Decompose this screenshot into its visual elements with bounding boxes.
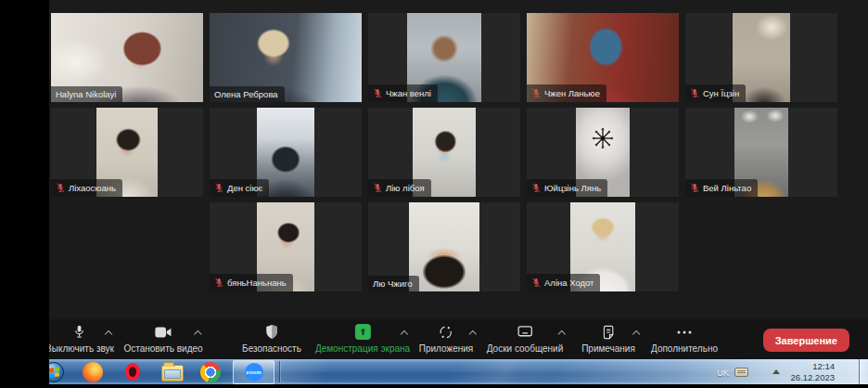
muted-mic-icon — [690, 183, 699, 193]
apps-button-label: Приложения — [419, 343, 474, 354]
participant-tile-2[interactable]: Олена Реброва — [210, 13, 362, 102]
participant-name-label: Чжан венлі — [368, 84, 438, 102]
participant-tile-3[interactable]: Чжан венлі — [368, 13, 520, 102]
apps-icon — [439, 324, 453, 340]
meeting-toolbar: Выключить звук Остановить видео Безопасн… — [0, 319, 868, 358]
participant-tile-6[interactable]: Ліхаосюань — [51, 108, 203, 197]
firefox-icon[interactable] — [83, 362, 103, 382]
ceiling-lamp-icon — [591, 126, 615, 150]
participant-name: Ден сіює — [227, 184, 262, 193]
participant-name: Halyna Nikolayi — [56, 90, 116, 99]
muted-mic-icon — [373, 88, 382, 98]
muted-mic-icon — [214, 183, 223, 193]
mute-button[interactable]: Выключить звук — [45, 324, 114, 354]
participant-name-label: Ліхаосюань — [51, 179, 122, 197]
stop-video-button-label: Остановить видео — [123, 343, 202, 354]
notes-icon — [602, 324, 615, 340]
show-desktop-button[interactable] — [859, 359, 868, 384]
muted-mic-icon — [531, 88, 541, 98]
taskbar-clock[interactable]: 12:14 26.12.2023 — [790, 361, 835, 383]
more-button[interactable]: Дополнительно — [651, 324, 718, 354]
participant-name-label: Лію лібоя — [368, 179, 431, 197]
whiteboards-button[interactable]: Доски сообщений — [487, 324, 564, 354]
mute-chevron-icon[interactable] — [105, 330, 112, 338]
participant-tile-7[interactable]: Ден сіює — [210, 108, 362, 197]
participant-name-label: Вей Ліньтао — [685, 179, 758, 197]
share-screen-chevron-icon[interactable] — [401, 330, 408, 338]
video-camera-icon — [155, 324, 172, 340]
whiteboards-button-label: Доски сообщений — [487, 343, 564, 354]
participant-name: Олена Реброва — [214, 90, 278, 99]
muted-mic-icon — [531, 183, 541, 193]
notes-chevron-icon[interactable] — [632, 330, 640, 338]
apps-chevron-icon[interactable] — [469, 330, 477, 338]
more-icon — [676, 324, 693, 340]
participant-tile-11[interactable]: бяньНаньнань — [210, 202, 362, 291]
participant-tile-9[interactable]: Юйцзінь Лянь — [527, 108, 679, 197]
participant-name: Сун Їцзін — [703, 89, 739, 98]
muted-mic-icon — [56, 183, 65, 193]
taskbar-divider — [279, 361, 280, 382]
end-meeting-button[interactable]: Завершение — [763, 329, 849, 352]
muted-mic-icon — [690, 88, 699, 98]
file-explorer-icon[interactable] — [161, 365, 184, 382]
participant-name-label: Лю Чжиго — [368, 276, 419, 292]
participant-name: Ліхаосюань — [69, 184, 116, 193]
letterbox-left — [0, 0, 49, 388]
security-button-label: Безопасность — [242, 343, 301, 354]
screen-share-icon — [355, 324, 371, 340]
zoom-taskbar-button[interactable]: zoom — [233, 360, 274, 384]
whiteboards-chevron-icon[interactable] — [558, 330, 566, 338]
security-button[interactable]: Безопасность — [242, 324, 301, 354]
video-gallery: Halyna NikolayiОлена РеброваЧжан венліЧж… — [51, 13, 837, 291]
notes-button[interactable]: Примечания — [581, 324, 635, 354]
share-screen-button[interactable]: Демонстрация экрана — [315, 324, 410, 354]
language-indicator[interactable]: UK — [717, 368, 729, 378]
screen: Halyna NikolayiОлена РеброваЧжан венліЧж… — [0, 0, 868, 388]
participant-name-label: бяньНаньнань — [210, 274, 293, 291]
muted-mic-icon — [531, 278, 541, 288]
participant-tile-13[interactable]: Аліна Ходот — [527, 202, 679, 291]
shield-icon — [264, 324, 279, 340]
participant-name: Юйцзінь Лянь — [544, 184, 601, 193]
gallery-row-2: ЛіхаосюаньДен сіюєЛію лібояЮйцзінь ЛяньВ… — [51, 108, 837, 197]
participant-tile-1[interactable]: Halyna Nikolayi — [51, 13, 203, 102]
participant-name: Чжан венлі — [386, 89, 431, 98]
participant-tile-5[interactable]: Сун Їцзін — [685, 13, 837, 102]
keyboard-layout-icon[interactable] — [734, 368, 748, 377]
gallery-row-3: бяньНаньнаньЛю ЧжигоАліна Ходот — [51, 202, 837, 291]
participant-name-label: Юйцзінь Лянь — [527, 179, 607, 197]
participant-tile-4[interactable]: Чжен Ланьюе — [527, 13, 679, 102]
participant-name-label: Аліна Ходот — [527, 274, 600, 291]
notes-button-label: Примечания — [581, 343, 635, 354]
muted-mic-icon — [214, 278, 223, 288]
participant-name-label: Сун Їцзін — [685, 84, 746, 102]
participant-name-label: Halyna Nikolayi — [51, 86, 122, 103]
microphone-icon — [72, 324, 86, 340]
zoom-app-icon: zoom — [245, 363, 263, 382]
participant-name: Лію лібоя — [386, 184, 425, 193]
participant-tile-10[interactable]: Вей Ліньтао — [685, 108, 837, 197]
stop-video-button[interactable]: Остановить видео — [123, 324, 202, 354]
participant-tile-12[interactable]: Лю Чжиго — [368, 202, 520, 291]
windows-logo-icon — [49, 367, 59, 377]
opera-icon[interactable] — [125, 363, 140, 381]
clock-time: 12:14 — [790, 361, 835, 372]
participant-name: бяньНаньнань — [227, 278, 287, 288]
gallery-row-1: Halyna NikolayiОлена РеброваЧжан венліЧж… — [51, 13, 837, 102]
chrome-icon[interactable] — [200, 362, 221, 382]
participant-name-label: Чжен Ланьюе — [527, 84, 606, 102]
muted-mic-icon — [373, 183, 382, 193]
share-screen-button-label: Демонстрация экрана — [315, 343, 410, 354]
participant-tile-8[interactable]: Лію лібоя — [368, 108, 520, 197]
show-hidden-icons-arrow[interactable] — [772, 369, 780, 374]
letterbox-bottom — [0, 384, 868, 388]
participant-name: Аліна Ходот — [544, 278, 594, 288]
stop-video-chevron-icon[interactable] — [194, 330, 201, 338]
clock-date: 26.12.2023 — [790, 372, 835, 383]
participant-name: Лю Чжиго — [373, 279, 413, 289]
windows-taskbar: zoom UK 12:14 26.12.2023 — [0, 358, 868, 384]
participant-name: Вей Ліньтао — [703, 184, 751, 193]
participant-name-label: Ден сіює — [210, 179, 269, 197]
apps-button[interactable]: Приложения — [419, 324, 474, 354]
